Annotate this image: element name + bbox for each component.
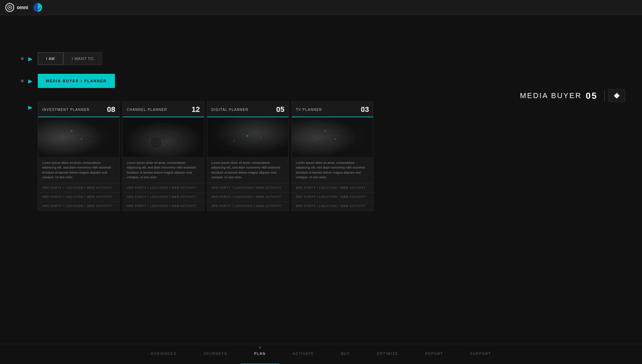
main-content: ▶ I AM I WANT TO MEDIA BUYER 05 ▶ MEDIA … <box>0 52 642 211</box>
planner-row-arrow: ▶ <box>28 78 32 84</box>
card-tag-1-2[interactable]: 3RD PARTY / LOCATION / WEB ACTIVITY <box>38 201 119 210</box>
nav-audiences[interactable]: AUDIENCES <box>137 344 190 364</box>
nav-activate[interactable]: ACTIVATE <box>279 344 328 364</box>
card-number-2: 12 <box>192 105 200 114</box>
card-tag-2-1[interactable]: 3RD PARTY / LOCATION / WEB ACTIVITY <box>123 192 204 201</box>
top-bar: omni <box>0 0 642 15</box>
svg-point-15 <box>150 136 162 149</box>
card-tag-3-2[interactable]: 3RD PARTY / LOCATION / WEB ACTIVITY <box>207 201 288 210</box>
card-number-3: 05 <box>276 105 284 114</box>
tab-row-dot <box>21 57 24 60</box>
svg-rect-3 <box>38 117 119 157</box>
card-tag-2-2[interactable]: 3RD PARTY / LOCATION / WEB ACTIVITY <box>123 201 204 210</box>
media-buyer-number: 05 <box>586 91 598 101</box>
card-number-4: 03 <box>361 105 369 114</box>
nav-buy[interactable]: BUY <box>328 344 364 364</box>
card-channel-planner[interactable]: CHANNEL PLANNER 12 Lorem ipsum dolor sit… <box>122 101 204 211</box>
svg-point-22 <box>233 140 235 142</box>
header-right: MEDIA BUYER 05 <box>520 89 625 102</box>
card-image-4 <box>292 117 373 157</box>
omni-logo[interactable]: omni <box>5 3 28 12</box>
nav-report-label: REPORT <box>425 352 444 356</box>
diamond-button[interactable] <box>608 89 625 102</box>
card-tag-4-2[interactable]: 3RD PARTY / LOCATION / WEB ACTIVITY <box>292 201 373 210</box>
card-tag-3-1[interactable]: 3RD PARTY / LOCATION / WEB ACTIVITY <box>207 192 288 201</box>
omni-icon <box>5 3 14 12</box>
card-tag-4-1[interactable]: 3RD PARTY / LOCATION / WEB ACTIVITY <box>292 192 373 201</box>
card-tag-1-0[interactable]: 3RD PARTY / LOCATION / WEB ACTIVITY <box>38 183 119 192</box>
nav-journeys[interactable]: JOURNEYS <box>190 344 241 364</box>
nav-journeys-label: JOURNEYS <box>204 352 227 356</box>
card-header-4: TV PLANNER 03 <box>292 102 373 117</box>
card-investment-planner[interactable]: INVESTMENT PLANNER 08 Lore <box>38 101 120 211</box>
card-title-3: DIGITAL PLANNER <box>211 108 248 112</box>
media-buyer-label: MEDIA BUYER <box>520 91 582 100</box>
tab-iam[interactable]: I AM <box>38 52 63 65</box>
card-title-4: TV PLANNER <box>296 108 322 112</box>
card-body-2: Lorem ipsum dolor sit amet, consectetuer… <box>123 157 204 183</box>
card-image-3 <box>207 117 288 157</box>
svg-point-9 <box>70 130 72 132</box>
card-header-3: DIGITAL PLANNER 05 <box>207 102 288 117</box>
card-header-1: INVESTMENT PLANNER 08 <box>38 102 119 117</box>
svg-rect-26 <box>292 117 373 157</box>
card-number-1: 08 <box>107 105 115 114</box>
card-tag-4-0[interactable]: 3RD PARTY / LOCATION / WEB ACTIVITY <box>292 183 373 192</box>
card-tag-3-0[interactable]: 3RD PARTY / LOCATION / WEB ACTIVITY <box>207 183 288 192</box>
nav-report[interactable]: REPORT <box>412 344 457 364</box>
card-title-2: CHANNEL PLANNER <box>127 108 167 112</box>
planner-row-dot <box>21 80 24 82</box>
card-tag-2-0[interactable]: 3RD PARTY / LOCATION / WEB ACTIVITY <box>123 183 204 192</box>
cards-arrow: ▶ <box>28 104 32 111</box>
planner-row: ▶ MEDIA BUYER / PLANNER <box>38 74 642 88</box>
nav-support[interactable]: SUPPORT <box>457 344 505 364</box>
card-tag-1-1[interactable]: 3RD PARTY / LOCATION / WEB ACTIVITY <box>38 192 119 201</box>
card-header-2: CHANNEL PLANNER 12 <box>123 102 204 117</box>
omni-label: omni <box>17 5 28 10</box>
nav-optimize-label: OPTIMIZE <box>377 352 398 356</box>
svg-rect-2 <box>614 93 620 99</box>
card-tv-planner[interactable]: TV PLANNER 03 Lorem ipsum dolor sit a <box>292 101 373 211</box>
nav-optimize[interactable]: OPTIMIZE <box>364 344 412 364</box>
app-icon[interactable] <box>33 3 42 12</box>
card-image-2 <box>123 117 204 157</box>
nav-buy-label: BUY <box>341 352 350 356</box>
nav-activate-label: ACTIVATE <box>293 352 314 356</box>
card-body-3: Lorem ipsum dolor sit amet, consectetuer… <box>207 157 288 183</box>
card-title-1: INVESTMENT PLANNER <box>42 108 90 112</box>
card-body-4: Lorem ipsum dolor sit amet, consectetuer… <box>292 157 373 183</box>
svg-point-10 <box>81 139 82 140</box>
bottom-nav: AUDIENCES JOURNEYS PLAN ACTIVATE BUY OPT… <box>0 344 642 364</box>
media-buyer-title: MEDIA BUYER 05 <box>520 91 605 101</box>
nav-audiences-label: AUDIENCES <box>151 352 177 356</box>
tab-iwantto[interactable]: I WANT TO <box>63 52 102 65</box>
svg-point-32 <box>324 130 326 132</box>
card-body-1: Lorem ipsum dolor sit amet, consectetuer… <box>38 157 119 183</box>
cards-section: ▶ INVESTMENT PLANNER 08 <box>38 101 642 211</box>
card-digital-planner[interactable]: DIGITAL PLANNER 05 Lorem i <box>207 101 289 211</box>
planner-button[interactable]: MEDIA BUYER / PLANNER <box>38 74 115 88</box>
nav-support-label: SUPPORT <box>470 352 491 356</box>
tab-row: ▶ I AM I WANT TO <box>38 52 642 65</box>
svg-point-1 <box>9 7 10 8</box>
nav-plan-dot <box>259 347 261 348</box>
svg-point-33 <box>335 139 336 140</box>
svg-rect-18 <box>207 117 288 157</box>
nav-plan-label: PLAN <box>254 352 266 356</box>
card-image-1 <box>38 117 119 157</box>
tab-row-arrow: ▶ <box>28 56 32 62</box>
nav-plan[interactable]: PLAN <box>241 344 279 364</box>
nav-items: AUDIENCES JOURNEYS PLAN ACTIVATE BUY OPT… <box>137 344 505 364</box>
logo-area: omni <box>5 3 42 12</box>
